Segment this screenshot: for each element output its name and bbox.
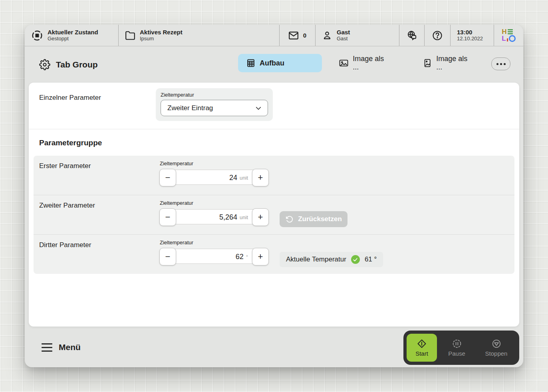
section-divider bbox=[29, 129, 519, 129]
parameter-row-2: Zweiter Parameter Zieltemperatur − 5,264… bbox=[34, 195, 514, 235]
parameter-1-stepper: − 24 unit + bbox=[160, 170, 268, 185]
reset-button-label: Zurücksetzen bbox=[298, 215, 342, 223]
parameter-1-value: 24 bbox=[229, 174, 237, 182]
logo-letter-o bbox=[509, 35, 516, 42]
clock-cell: 13:00 12.10.2022 bbox=[451, 25, 494, 46]
top-status-bar: Aktueller Zustand Gestoppt Aktives Rezep… bbox=[25, 25, 523, 46]
image-landscape-icon bbox=[339, 58, 349, 68]
run-control-bar: Start Pause Stoppen bbox=[403, 331, 519, 365]
tab-aufbau[interactable]: Aufbau bbox=[238, 54, 322, 72]
parameter-3-control: Zieltemperatur − 62 ° + bbox=[160, 240, 268, 264]
time-value: 13:00 bbox=[457, 29, 483, 36]
header-row: Tab Group Aufbau Image als ... Imag bbox=[25, 46, 523, 83]
parameter-2-increment-button[interactable]: + bbox=[252, 208, 269, 226]
reset-button[interactable]: Zurücksetzen bbox=[280, 211, 347, 227]
gear-icon bbox=[39, 59, 50, 70]
single-parameter-label: Einzelner Parameter bbox=[39, 94, 101, 102]
stopped-state-icon bbox=[31, 30, 43, 42]
parameter-2-decrement-button[interactable]: − bbox=[159, 208, 176, 226]
messages-count: 0 bbox=[303, 32, 306, 39]
parameter-2-value: 5,264 bbox=[219, 213, 237, 222]
current-state-cell: Aktueller Zustand Gestoppt bbox=[25, 25, 119, 46]
messages-button[interactable]: 0 bbox=[280, 25, 316, 46]
tab-image-portrait-label: Image als ... bbox=[436, 55, 473, 71]
select-value: Zweiter Eintrag bbox=[167, 104, 213, 112]
page-title-label: Tab Group bbox=[56, 60, 98, 69]
user-name: Gast bbox=[337, 29, 350, 36]
parameter-2-stepper: − 5,264 unit + bbox=[160, 209, 268, 224]
parameter-1-increment-button[interactable]: + bbox=[252, 169, 269, 186]
help-button[interactable] bbox=[425, 25, 451, 46]
parameter-3-label: Dirtter Parameter bbox=[39, 241, 91, 249]
menu-label: Menü bbox=[59, 343, 81, 352]
parameter-2-label: Zweiter Parameter bbox=[39, 202, 95, 210]
tab-image-portrait[interactable]: Image als ... bbox=[415, 54, 481, 72]
logo-letter-e bbox=[508, 29, 513, 35]
reset-icon bbox=[285, 215, 294, 224]
current-temperature-label: Aktuelle Temperatur bbox=[286, 255, 346, 263]
parameter-3-value-field[interactable]: 62 ° bbox=[236, 249, 248, 264]
parameter-group: Erster Parameter Zieltemperatur − 24 uni… bbox=[34, 156, 514, 274]
content-card: Einzelner Parameter Zieltemperatur Zweit… bbox=[29, 83, 519, 327]
ellipsis-icon bbox=[496, 63, 498, 65]
tab-image-landscape[interactable]: Image als ... bbox=[331, 54, 399, 72]
menu-button[interactable]: Menü bbox=[42, 339, 81, 355]
language-button[interactable] bbox=[399, 25, 425, 46]
tab-image-landscape-label: Image als ... bbox=[353, 55, 391, 71]
pause-button[interactable]: Pause bbox=[437, 334, 477, 362]
mail-icon bbox=[288, 30, 299, 41]
table-icon bbox=[246, 58, 256, 68]
pause-button-label: Pause bbox=[448, 350, 465, 357]
app-window: Aktueller Zustand Gestoppt Aktives Rezep… bbox=[25, 25, 523, 367]
logo-letter-h: H bbox=[502, 29, 506, 35]
help-icon bbox=[432, 30, 443, 41]
logo-letter-i bbox=[507, 38, 508, 42]
stop-icon bbox=[491, 339, 502, 349]
current-state-value: Gestoppt bbox=[48, 36, 98, 42]
folder-icon bbox=[125, 30, 135, 41]
parameter-3-increment-button[interactable]: + bbox=[252, 248, 269, 265]
stop-button[interactable]: Stoppen bbox=[477, 334, 516, 362]
start-icon bbox=[417, 339, 427, 349]
parameter-2-control: Zieltemperatur − 5,264 unit + bbox=[160, 200, 268, 224]
parameter-1-label: Erster Parameter bbox=[39, 162, 91, 170]
helio-logo: H L bbox=[502, 29, 515, 42]
active-recipe-value: Ipsum bbox=[140, 36, 183, 42]
hamburger-icon bbox=[42, 343, 52, 352]
start-button[interactable]: Start bbox=[407, 334, 437, 362]
user-icon bbox=[322, 30, 332, 41]
parameter-2-value-field[interactable]: 5,264 unit bbox=[219, 210, 248, 225]
page-title: Tab Group bbox=[39, 59, 98, 70]
parameter-3-decrement-button[interactable]: − bbox=[159, 248, 176, 265]
active-recipe-title: Aktives Rezept bbox=[140, 29, 183, 36]
single-parameter-panel: Zieltemperatur Zweiter Eintrag bbox=[156, 88, 273, 121]
parameter-3-field-label: Zieltemperatur bbox=[160, 240, 268, 245]
date-value: 12.10.2022 bbox=[457, 36, 483, 42]
current-temperature-badge: Aktuelle Temperatur 61 ° bbox=[280, 252, 383, 267]
user-role: Gast bbox=[337, 36, 350, 42]
logo-letter-l: L bbox=[502, 36, 506, 42]
parameter-3-unit: ° bbox=[246, 254, 248, 260]
parameter-group-heading: Parametergruppe bbox=[39, 139, 102, 147]
current-state-title: Aktueller Zustand bbox=[48, 29, 98, 36]
user-cell[interactable]: Gast Gast bbox=[316, 25, 399, 46]
single-parameter-field-label: Zieltemperatur bbox=[161, 92, 194, 98]
parameter-3-stepper: − 62 ° + bbox=[160, 249, 268, 264]
parameter-1-control: Zieltemperatur − 24 unit + bbox=[160, 160, 268, 185]
pause-icon bbox=[452, 339, 462, 349]
start-button-label: Start bbox=[415, 350, 428, 357]
parameter-row-1: Erster Parameter Zieltemperatur − 24 uni… bbox=[34, 156, 514, 195]
stop-button-label: Stoppen bbox=[485, 350, 508, 357]
image-portrait-icon bbox=[423, 58, 432, 68]
target-temperature-select[interactable]: Zweiter Eintrag bbox=[161, 100, 268, 116]
parameter-2-unit: unit bbox=[240, 214, 248, 220]
parameter-1-unit: unit bbox=[240, 175, 248, 181]
parameter-2-field-label: Zieltemperatur bbox=[160, 200, 268, 206]
more-tabs-button[interactable] bbox=[491, 57, 510, 70]
active-recipe-cell: Aktives Rezept Ipsum bbox=[119, 25, 280, 46]
parameter-1-decrement-button[interactable]: − bbox=[159, 169, 176, 186]
parameter-3-value: 62 bbox=[236, 253, 244, 261]
brand-cell: H L bbox=[494, 25, 523, 46]
parameter-1-value-field[interactable]: 24 unit bbox=[229, 170, 248, 185]
check-icon bbox=[351, 255, 360, 264]
